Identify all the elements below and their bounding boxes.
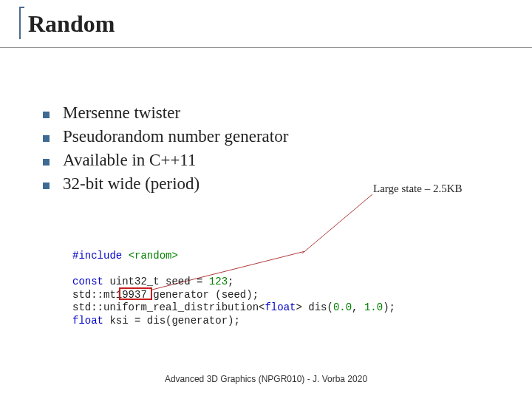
list-item: Mersenne twister <box>43 103 288 123</box>
code-text: std::uniform_real_distribution< <box>72 301 265 313</box>
slide-footer: Advanced 3D Graphics (NPGR010) - J. Vorb… <box>0 374 532 384</box>
bullet-text: 32-bit wide (period) <box>63 174 200 194</box>
bullet-icon <box>43 135 50 142</box>
slide: Random Mersenne twister Pseudorandom num… <box>0 0 532 399</box>
callout-line-icon <box>302 194 372 253</box>
code-num: 1.0 <box>364 301 383 313</box>
bullet-icon <box>43 183 50 189</box>
code-text: > dis( <box>296 301 332 313</box>
code-text: uint32_t seed = <box>103 276 209 287</box>
bullet-icon <box>43 159 50 166</box>
code-header: <random> <box>129 250 178 262</box>
code-text: ; <box>228 276 233 287</box>
bullet-text: Pseudorandom number generator <box>63 127 288 146</box>
code-text: std::mt <box>72 289 116 301</box>
code-text: ); <box>383 301 395 313</box>
code-num: 0.0 <box>333 301 352 313</box>
title-wrap: Random <box>21 10 115 38</box>
code-block: #include <random> const uint32_t seed = … <box>72 250 395 327</box>
list-item: Pseudorandom number generator <box>43 127 288 146</box>
list-item: 32-bit wide (period) <box>43 174 288 194</box>
code-kw: float <box>72 315 103 327</box>
title-divider <box>0 47 532 48</box>
code-text: , <box>352 301 364 313</box>
code-text: ksi = dis(generator); <box>103 315 240 327</box>
code-kw: float <box>265 301 296 313</box>
code-text: generator (seed); <box>147 289 259 301</box>
bullet-text: Available in C++11 <box>63 151 197 170</box>
code-highlight: 19937 <box>116 289 147 301</box>
bullet-text: Mersenne twister <box>63 103 180 123</box>
code-kw: #include <box>72 250 122 262</box>
slide-title: Random <box>28 10 115 38</box>
bullet-list: Mersenne twister Pseudorandom number gen… <box>43 103 288 198</box>
code-num: 123 <box>209 276 228 287</box>
code-kw: const <box>72 276 103 287</box>
annotation-large-state: Large state – 2.5KB <box>373 183 463 195</box>
list-item: Available in C++11 <box>43 151 288 170</box>
bullet-icon <box>43 112 50 118</box>
